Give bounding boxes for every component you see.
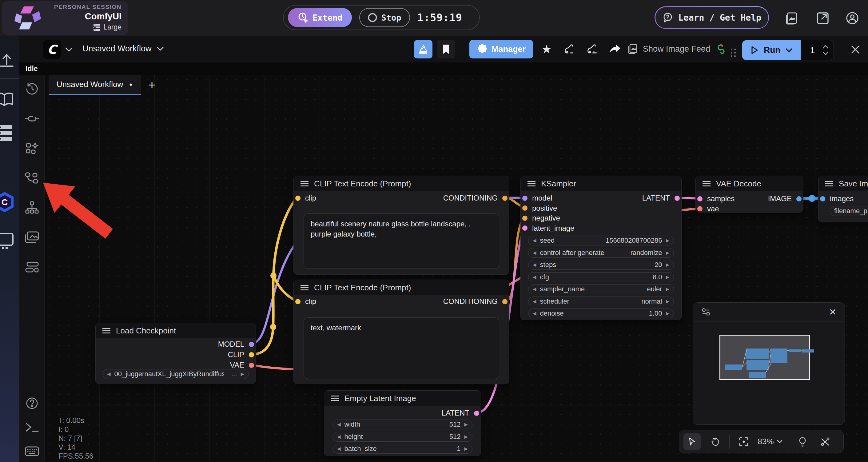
output-port-conditioning[interactable]: CONDITIONING	[443, 193, 507, 203]
manager-button[interactable]: Manager	[469, 40, 533, 58]
input-port-clip[interactable]: clip	[295, 297, 316, 306]
widget-row[interactable]: ◀ batch_size 1 ▶	[333, 444, 472, 454]
clean-all-icon[interactable]	[583, 40, 601, 58]
input-port[interactable]: latent_image	[522, 224, 574, 233]
generate-art-button[interactable]	[414, 40, 432, 58]
input-port[interactable]: samples	[697, 194, 735, 203]
machine-monitor-icon[interactable]	[0, 233, 13, 249]
new-workflow-tab-button[interactable]: +	[142, 77, 162, 93]
zoom-level-dropdown[interactable]: 83%	[758, 437, 782, 446]
port-dot[interactable]	[522, 216, 527, 221]
sidebar-model-library-icon[interactable]	[20, 139, 44, 158]
run-button[interactable]: Run	[742, 40, 801, 60]
node-header[interactable]: Save Image	[818, 176, 868, 191]
node-empty-latent-image[interactable]: Empty Latent Image LATENT ◀ width 512 ▶ …	[324, 390, 481, 456]
toggle-lightbulb-button[interactable]	[794, 433, 811, 450]
sidebar-layouts-icon[interactable]	[20, 257, 44, 277]
input-port[interactable]: vae	[697, 204, 735, 213]
node-clip-text-encode-negative[interactable]: CLIP Text Encode (Prompt) clip CONDITION…	[293, 280, 509, 384]
port-dot[interactable]	[474, 411, 479, 416]
sidebar-shortcuts-keyboard-icon[interactable]	[20, 441, 44, 461]
prompt-textarea[interactable]: text, watermark	[304, 317, 499, 379]
sidebar-help-icon[interactable]	[20, 393, 44, 413]
node-menu-icon[interactable]	[301, 181, 309, 186]
input-port-images[interactable]: images	[820, 194, 854, 203]
widget-prev-icon[interactable]: ◀	[533, 311, 536, 316]
node-header[interactable]: VAE Decode	[696, 176, 803, 191]
sidebar-gallery-icon[interactable]	[20, 227, 44, 247]
stepper-arrows-icon[interactable]	[823, 44, 829, 57]
widget-prev-icon[interactable]: ◀	[337, 446, 341, 452]
port-dot[interactable]	[522, 225, 527, 231]
port-dot[interactable]	[295, 196, 301, 201]
ckpt-name-widget[interactable]: ◀ 00_juggernautXL_juggXIByRundiffusion.s…	[102, 369, 249, 379]
port-dot[interactable]	[796, 196, 802, 202]
sidebar-node-link-icon[interactable]	[20, 109, 44, 129]
chevron-down-icon[interactable]	[65, 47, 73, 52]
chevron-down-icon[interactable]	[785, 48, 793, 53]
output-port-conditioning[interactable]: CONDITIONING	[443, 297, 507, 306]
comfyui-menu-button[interactable]: C	[43, 40, 61, 59]
docs-book-icon[interactable]	[0, 91, 13, 107]
node-header[interactable]: CLIP Text Encode (Prompt)	[294, 176, 509, 191]
upload-icon[interactable]	[0, 52, 16, 67]
minimap-close-icon[interactable]: ✕	[829, 307, 837, 317]
minimap-options-icon[interactable]	[701, 307, 711, 317]
widget-row[interactable]: ◀ cfg 8.0 ▶	[528, 272, 674, 282]
comfyui-app-badge[interactable]: C	[0, 191, 15, 213]
widget-row[interactable]: ◀ sampler_name euler ▶	[528, 284, 674, 294]
widget-row[interactable]: ◀ width 512 ▶	[333, 420, 472, 429]
port-dot[interactable]	[249, 352, 254, 358]
widget-row[interactable]: ◀ control after generate randomize ▶	[528, 248, 674, 258]
stop-session-button[interactable]: Stop	[359, 8, 410, 27]
output-port[interactable]: CLIP	[218, 350, 254, 359]
filename-prefix-widget[interactable]: filename_prefix	[830, 206, 868, 216]
input-port-clip[interactable]: clip	[295, 193, 316, 203]
widget-prev-icon[interactable]: ◀	[337, 434, 341, 439]
account-icon[interactable]	[845, 10, 860, 26]
widget-prev-icon[interactable]: ◀	[533, 299, 536, 304]
widget-next-icon[interactable]: ▶	[665, 274, 669, 280]
output-port-latent[interactable]: LATENT	[642, 193, 680, 203]
widget-next-icon[interactable]: ▶	[665, 299, 669, 304]
sidebar-terminal-icon[interactable]	[20, 418, 44, 437]
output-port[interactable]: MODEL	[218, 340, 254, 349]
node-menu-icon[interactable]	[301, 285, 309, 290]
port-dot[interactable]	[502, 299, 507, 304]
workflow-name-dropdown[interactable]: Unsaved Workflow	[83, 44, 164, 54]
learn-get-help-button[interactable]: Learn / Get Help	[654, 6, 769, 29]
port-dot[interactable]	[249, 342, 254, 347]
port-dot[interactable]	[697, 206, 703, 211]
node-header[interactable]: KSampler	[521, 176, 681, 191]
widget-prev-icon[interactable]: ◀	[533, 274, 536, 280]
tab-unsaved-workflow[interactable]: Unsaved Workflow ●	[49, 75, 141, 95]
widget-next-icon[interactable]: ▶	[665, 238, 669, 243]
sidebar-workflows-icon[interactable]	[20, 168, 44, 188]
node-load-checkpoint[interactable]: Load Checkpoint MODEL CLIP VAE	[95, 323, 256, 384]
bookmark-button[interactable]	[437, 40, 455, 58]
port-dot[interactable]	[249, 363, 254, 368]
node-header[interactable]: Empty Latent Image	[324, 391, 481, 406]
clean-workflow-icon[interactable]	[560, 40, 579, 58]
favorites-star-icon[interactable]: ★	[537, 40, 556, 58]
cancel-run-icon[interactable]	[850, 44, 861, 55]
widget-row[interactable]: ◀ scheduler normal ▶	[528, 297, 674, 306]
input-port[interactable]: model	[522, 193, 574, 203]
widget-row[interactable]: ◀ seed 156680208700286 ▶	[528, 236, 674, 245]
widget-next-icon[interactable]: ▶	[665, 262, 669, 268]
node-menu-icon[interactable]	[331, 396, 339, 401]
port-dot[interactable]	[820, 196, 825, 202]
widget-row[interactable]: ◀ denoise 1.00 ▶	[528, 309, 674, 318]
session-card[interactable]: PERSONAL SESSION ComfyUI Large	[2, 1, 128, 35]
widget-next-icon[interactable]: ▶	[464, 434, 468, 439]
port-dot[interactable]	[697, 196, 703, 202]
widget-prev-icon[interactable]: ◀	[533, 250, 536, 256]
widget-prev-icon[interactable]: ◀	[107, 371, 111, 377]
node-header[interactable]: CLIP Text Encode (Prompt)	[294, 280, 509, 295]
widget-next-icon[interactable]: ▶	[665, 311, 669, 316]
node-menu-icon[interactable]	[527, 181, 535, 186]
share-icon[interactable]	[606, 40, 624, 58]
prompt-textarea[interactable]: beautiful scenery nature glass bottle la…	[304, 213, 499, 269]
image-gallery-icon[interactable]	[784, 10, 799, 26]
widget-next-icon[interactable]: ▶	[665, 250, 669, 256]
